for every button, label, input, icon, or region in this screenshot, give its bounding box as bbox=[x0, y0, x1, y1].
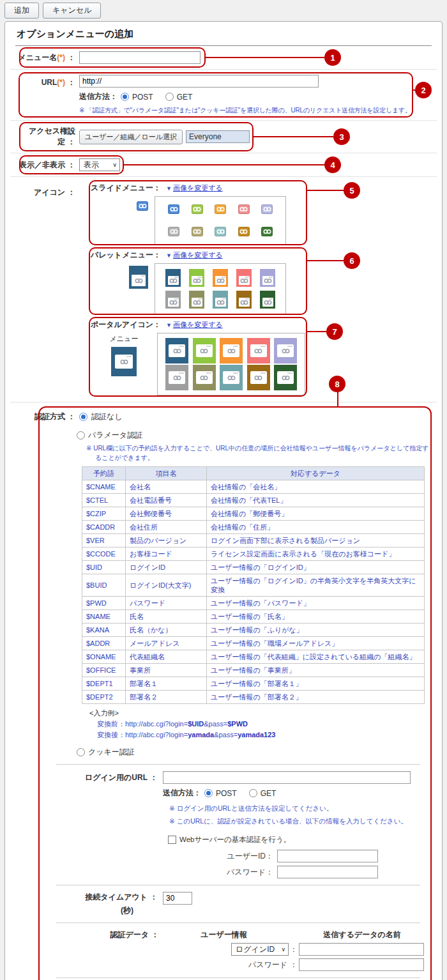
url-label: URL(*)： bbox=[11, 75, 75, 88]
palette-icon-option[interactable] bbox=[213, 269, 228, 287]
auth-cookie-radio[interactable] bbox=[77, 748, 85, 756]
portal-icon-option[interactable] bbox=[220, 338, 243, 364]
palette-icon-option[interactable] bbox=[236, 291, 252, 309]
url-row: URL(*)： 送信方法： POST GET ※ 「認証方式」で"パラメータ認証… bbox=[11, 70, 436, 120]
annotation-line-6 bbox=[306, 260, 344, 261]
palette-icon-option[interactable] bbox=[260, 269, 275, 287]
user-info-select[interactable]: ログインID∨ bbox=[231, 943, 289, 956]
palette-menu-label: パレットメニュー： bbox=[91, 250, 161, 261]
timeout-input[interactable] bbox=[163, 892, 192, 905]
url-get-label: GET bbox=[177, 93, 193, 102]
slide-icon-option[interactable] bbox=[215, 204, 226, 214]
portal-icon-option[interactable] bbox=[193, 365, 216, 390]
annotation-line-7 bbox=[306, 331, 326, 332]
auth-method-label: 認証方式： bbox=[11, 411, 75, 422]
send-data-name-header: 送信するデータの名前 bbox=[299, 930, 425, 940]
portal-icon-option[interactable] bbox=[193, 338, 216, 364]
basic-auth-checkbox[interactable] bbox=[168, 836, 176, 844]
url-post-radio[interactable] bbox=[121, 93, 129, 101]
slide-change-image-link[interactable]: 画像を変更する bbox=[173, 183, 223, 193]
cookie-note-2: ※ このURLに、認証が設定されている場合、以下の情報を入力してください。 bbox=[169, 816, 436, 826]
cookie-note-1: ※ ログイン用のURLと送信方法を設定してください。 bbox=[169, 803, 436, 813]
cookie-get-radio[interactable] bbox=[249, 789, 257, 797]
portal-icon-option[interactable] bbox=[274, 338, 297, 364]
slide-icon-option[interactable] bbox=[192, 204, 203, 214]
visibility-selected-value: 表示 bbox=[84, 160, 99, 171]
portal-change-image-link[interactable]: 画像を変更する bbox=[173, 320, 223, 330]
access-rights-label: アクセス権設定： bbox=[11, 126, 75, 148]
palette-icon-option[interactable] bbox=[165, 269, 181, 287]
palette-change-image-link[interactable]: 画像を変更する bbox=[173, 250, 223, 260]
portal-icon-option[interactable] bbox=[165, 365, 188, 390]
menu-name-input[interactable] bbox=[79, 51, 201, 64]
palette-selected-icon[interactable] bbox=[129, 266, 148, 289]
palette-icon-option[interactable] bbox=[189, 269, 204, 287]
annotation-circle-1: 1 bbox=[324, 49, 341, 66]
visibility-label: 表示／非表示： bbox=[11, 160, 75, 171]
palette-menu-icon-section: パレットメニュー： ▼ 画像を変更する 6 bbox=[91, 249, 305, 314]
select-user-org-role-button[interactable]: ユーザー／組織／ロール選択 bbox=[79, 130, 183, 144]
palette-icon-option[interactable] bbox=[189, 291, 204, 309]
portal-icon-option[interactable] bbox=[247, 338, 270, 364]
portal-selected-icon[interactable] bbox=[111, 347, 137, 376]
annotation-line-2 bbox=[412, 89, 415, 91]
icon-label: アイコン： bbox=[11, 182, 75, 198]
portal-icon-option[interactable] bbox=[220, 365, 243, 390]
basic-auth-userid-input[interactable] bbox=[277, 850, 378, 862]
slide-icon-option[interactable] bbox=[168, 227, 179, 236]
visibility-select[interactable]: 表示∨ bbox=[79, 158, 120, 171]
slide-icon-option[interactable] bbox=[261, 227, 273, 236]
reserved-word-row: $DEPT1部署名１ユーザー情報の「部署名１」 bbox=[82, 677, 425, 691]
access-value-field: Everyone bbox=[186, 130, 250, 143]
input-example: <入力例> 変換前：http://abc.cgi?login=$UID&pass… bbox=[89, 708, 436, 740]
palette-icon-option[interactable] bbox=[165, 291, 181, 309]
reserved-word-row: $CCODEお客様コードライセンス設定画面に表示される「現在のお客様コード」 bbox=[82, 547, 425, 561]
triangle-down-icon: ▼ bbox=[166, 185, 172, 192]
table-header-data: 対応するデータ bbox=[207, 467, 425, 480]
reserved-word-row: $PWDパスワードユーザー情報の「パスワード」 bbox=[82, 597, 425, 610]
cancel-button-top[interactable]: キャンセル bbox=[43, 3, 101, 19]
reserved-word-row: $DEPT2部署名２ユーザー情報の「部署名２」 bbox=[82, 691, 425, 704]
portal-icon-option[interactable] bbox=[274, 365, 297, 390]
url-get-radio[interactable] bbox=[165, 93, 174, 101]
auth-data-password-name-input[interactable] bbox=[299, 958, 424, 971]
reserved-word-row: $ONAME代表組織名ユーザー情報の「代表組織」に設定されている組織の「組織名」 bbox=[82, 650, 425, 664]
reserved-words-table: 予約語 項目名 対応するデータ $CNAME会社名会社情報の「会社名」$CTEL… bbox=[82, 466, 425, 704]
reserved-word-row: $VER製品のバージョンログイン画面下部に表示される製品バージョン bbox=[82, 534, 425, 547]
palette-icon-option[interactable] bbox=[236, 269, 252, 287]
auth-param-radio[interactable] bbox=[77, 431, 85, 440]
slide-icon-option[interactable] bbox=[168, 204, 179, 214]
palette-icon-option[interactable] bbox=[213, 291, 228, 309]
slide-icon-option[interactable] bbox=[238, 227, 250, 236]
user-info-header: ユーザー情報 bbox=[159, 930, 289, 940]
palette-icon-option[interactable] bbox=[260, 291, 275, 309]
cookie-post-radio[interactable] bbox=[204, 789, 213, 797]
auth-method-section: 8 認証方式： 認証なし パラメータ認証 ※ URL欄に以下の予約語を入力するこ… bbox=[11, 406, 436, 980]
reserved-word-row: $CADDR会社住所会社情報の「住所」 bbox=[82, 521, 425, 534]
slide-icon-option[interactable] bbox=[192, 227, 203, 236]
auth-data-label: 認証データ： bbox=[11, 930, 159, 940]
slide-selected-icon[interactable] bbox=[137, 201, 148, 211]
annotation-circle-4: 4 bbox=[324, 157, 341, 173]
triangle-down-icon: ▼ bbox=[166, 252, 172, 259]
slide-icon-option[interactable] bbox=[261, 204, 273, 214]
annotation-circle-7: 7 bbox=[326, 323, 343, 340]
add-button-top[interactable]: 追加 bbox=[4, 3, 39, 19]
basic-auth-password-input[interactable] bbox=[277, 866, 378, 878]
portal-icon-option[interactable] bbox=[247, 365, 270, 390]
login-url-input[interactable] bbox=[163, 771, 411, 784]
reserved-word-row: $BUIDログインID(大文字)ユーザー情報の「ログインID」の半角英小文字を半… bbox=[82, 574, 425, 597]
portal-icon-option[interactable] bbox=[165, 338, 188, 364]
chevron-down-icon: ∨ bbox=[281, 946, 285, 953]
url-input[interactable] bbox=[79, 75, 319, 88]
slide-icon-option[interactable] bbox=[215, 227, 226, 236]
annotation-circle-3: 3 bbox=[333, 128, 350, 145]
auth-data-login-name-input[interactable] bbox=[299, 943, 424, 956]
divider bbox=[56, 764, 420, 765]
reserved-word-row: $OFFICE事業所ユーザー情報の「事業所」 bbox=[82, 664, 425, 677]
form-panel: オプションメニューの追加 メニュー名(*)： 1 URL(*)： 送信方法： P… bbox=[4, 21, 443, 980]
table-header-item: 項目名 bbox=[126, 467, 207, 480]
slide-icon-option[interactable] bbox=[238, 204, 250, 214]
auth-none-radio[interactable] bbox=[79, 413, 87, 421]
url-post-label: POST bbox=[132, 93, 153, 102]
